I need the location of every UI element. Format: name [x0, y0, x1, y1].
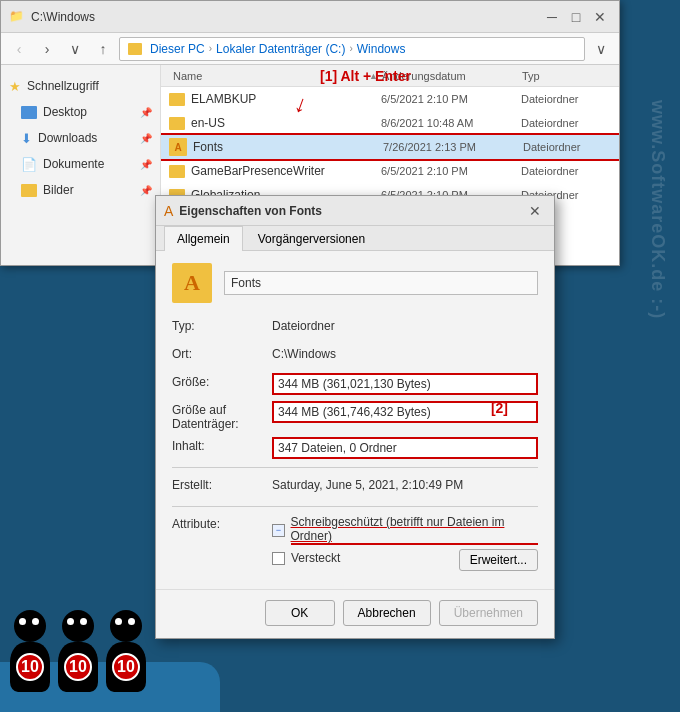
dialog-fonts-icon: A: [164, 203, 173, 219]
window-controls: ─ □ ✕: [541, 6, 611, 28]
path-part-windows[interactable]: Windows: [357, 42, 406, 56]
sidebar-item-bilder[interactable]: Bilder 📌: [1, 177, 160, 203]
pin-icon-desktop: 📌: [140, 107, 152, 118]
mascot-head-1: [14, 610, 46, 642]
close-button[interactable]: ✕: [589, 6, 611, 28]
file-name-gamebar: GameBarPresenceWriter: [191, 164, 381, 178]
pin-icon-dokumente: 📌: [140, 159, 152, 170]
attributes-container: − Schreibgeschützt (betrifft nur Dateien…: [272, 515, 538, 571]
annotation-2-text: [2]: [491, 400, 508, 416]
mascot-body-2: 10: [58, 642, 98, 692]
path-sep-2: ›: [349, 43, 352, 54]
file-type-gamebar: Dateiordner: [521, 165, 611, 177]
pin-icon-downloads: 📌: [140, 133, 152, 144]
prop-value-inhalt: 347 Dateien, 0 Ordner: [272, 437, 538, 459]
path-part-drive[interactable]: Lokaler Datenträger (C:): [216, 42, 345, 56]
eye-right-2: [80, 618, 87, 625]
sidebar-item-desktop[interactable]: Desktop 📌: [1, 99, 160, 125]
address-path[interactable]: Dieser PC › Lokaler Datenträger (C:) › W…: [119, 37, 585, 61]
mascot-body-1: 10: [10, 642, 50, 692]
hidden-row: Versteckt Erweitert...: [272, 549, 538, 571]
checkbox-hidden-label: Versteckt: [291, 551, 340, 565]
file-row-elambkup[interactable]: ELAMBKUP 6/5/2021 2:10 PM Dateiordner: [161, 87, 619, 111]
uebernehmen-button[interactable]: Übernehmen: [439, 600, 538, 626]
file-date-en-us: 8/6/2021 10:48 AM: [381, 117, 521, 129]
dialog-title-bar: A Eigenschaften von Fonts ✕: [156, 196, 554, 226]
annotation-2: [2]: [491, 400, 508, 416]
mascot-badge-1: 10: [16, 653, 44, 681]
address-dropdown-button[interactable]: ∨: [589, 37, 613, 61]
tab-allgemein[interactable]: Allgemein: [164, 226, 243, 251]
prop-label-groesse: Größe:: [172, 373, 272, 389]
path-part-pc[interactable]: Dieser PC: [150, 42, 205, 56]
dropdown-button[interactable]: ∨: [63, 37, 87, 61]
eyes-3: [115, 618, 135, 625]
sidebar-item-downloads[interactable]: ⬇ Downloads 📌: [1, 125, 160, 151]
checkbox-readonly-label: Schreibgeschützt (betrifft nur Dateien i…: [291, 515, 538, 545]
prop-label-inhalt: Inhalt:: [172, 437, 272, 453]
checkbox-row-readonly: − Schreibgeschützt (betrifft nur Dateien…: [272, 515, 538, 545]
mascot-head-3: [110, 610, 142, 642]
checkbox-readonly[interactable]: −: [272, 524, 285, 537]
eye-right-3: [128, 618, 135, 625]
abbrechen-button[interactable]: Abbrechen: [343, 600, 431, 626]
file-type-elambkup: Dateiordner: [521, 93, 611, 105]
folder-icon-elambkup: [169, 93, 185, 106]
folder-icon-desktop: [21, 106, 37, 119]
sidebar-label-bilder: Bilder: [43, 183, 74, 197]
file-row-en-us[interactable]: en-US 8/6/2021 10:48 AM Dateiordner: [161, 111, 619, 135]
sidebar-label-schnellzugriff: Schnellzugriff: [27, 79, 99, 93]
prop-value-groesse: 344 MB (361,021,130 Bytes): [272, 373, 538, 395]
file-name-en-us: en-US: [191, 116, 381, 130]
dialog-big-folder-icon: A: [172, 263, 212, 303]
ok-button[interactable]: OK: [265, 600, 335, 626]
sidebar-item-dokumente[interactable]: 📄 Dokumente 📌: [1, 151, 160, 177]
forward-button[interactable]: ›: [35, 37, 59, 61]
file-row-gamebar[interactable]: GameBarPresenceWriter 6/5/2021 2:10 PM D…: [161, 159, 619, 183]
dialog-close-button[interactable]: ✕: [524, 200, 546, 222]
prop-row-inhalt: Inhalt: 347 Dateien, 0 Ordner: [172, 437, 538, 459]
folder-icon-en-us: [169, 117, 185, 130]
dialog-name-row: A: [172, 263, 538, 303]
doc-icon: 📄: [21, 157, 37, 172]
prop-row-typ: Typ: Dateiordner: [172, 317, 538, 339]
file-date-fonts: 7/26/2021 2:13 PM: [383, 141, 523, 153]
sidebar-label-desktop: Desktop: [43, 105, 87, 119]
prop-row-groesse: Größe: 344 MB (361,021,130 Bytes): [172, 373, 538, 395]
col-header-type[interactable]: Typ: [518, 70, 611, 82]
sidebar-item-schnellzugriff[interactable]: ★ Schnellzugriff: [1, 73, 160, 99]
prop-row-erstellt: Erstellt: Saturday, June 5, 2021, 2:10:4…: [172, 476, 538, 498]
prop-label-groesse-dt: Größe aufDatenträger:: [172, 401, 272, 431]
path-folder-icon: [128, 43, 142, 55]
minimize-button[interactable]: ─: [541, 6, 563, 28]
prop-row-ort: Ort: C:\Windows: [172, 345, 538, 367]
prop-value-typ: Dateiordner: [272, 317, 538, 333]
file-row-fonts[interactable]: A Fonts 7/26/2021 2:13 PM Dateiordner: [161, 135, 619, 159]
sidebar: ★ Schnellzugriff Desktop 📌 ⬇ Downloads 📌…: [1, 65, 161, 265]
address-bar: ‹ › ∨ ↑ Dieser PC › Lokaler Datenträger …: [1, 33, 619, 65]
side-watermark: www.SoftwareOK.de :-): [647, 100, 668, 319]
file-name-fonts: Fonts: [193, 140, 383, 154]
prop-label-typ: Typ:: [172, 317, 272, 333]
dialog-name-input[interactable]: [224, 271, 538, 295]
mascots-container: 10 10 10: [10, 610, 146, 692]
prop-label-ort: Ort:: [172, 345, 272, 361]
annotation-1: [1] Alt + Enter: [320, 68, 411, 84]
dialog-title-text: Eigenschaften von Fonts: [179, 204, 518, 218]
maximize-button[interactable]: □: [565, 6, 587, 28]
eyes-1: [19, 618, 39, 625]
dialog-buttons: OK Abbrechen Übernehmen: [156, 589, 554, 638]
mascot-badge-3: 10: [112, 653, 140, 681]
eye-left-1: [19, 618, 26, 625]
tab-vorgaengerversionen[interactable]: Vorgängerversionen: [245, 226, 378, 251]
back-button[interactable]: ‹: [7, 37, 31, 61]
annotation-1-text: [1] Alt + Enter: [320, 68, 411, 84]
divider-2: [172, 506, 538, 507]
mascot-head-2: [62, 610, 94, 642]
checkbox-hidden[interactable]: [272, 552, 285, 565]
title-bar: 📁 C:\Windows ─ □ ✕: [1, 1, 619, 33]
file-date-elambkup: 6/5/2021 2:10 PM: [381, 93, 521, 105]
erweitert-button[interactable]: Erweitert...: [459, 549, 538, 571]
up-button[interactable]: ↑: [91, 37, 115, 61]
pin-icon-bilder: 📌: [140, 185, 152, 196]
